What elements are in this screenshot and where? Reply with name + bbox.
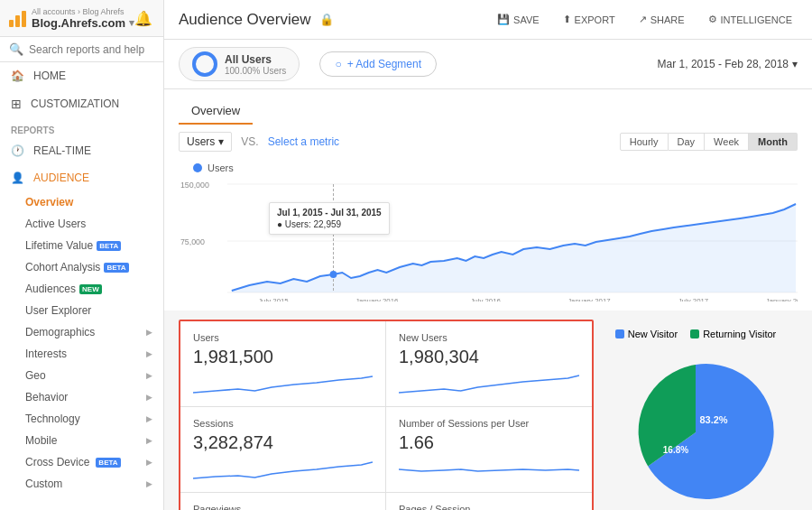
stat-card-users: Users 1,981,500 (180, 321, 386, 407)
logo-icon (9, 9, 26, 27)
export-label: EXPORT (575, 14, 615, 25)
sidebar-item-lifetime-value[interactable]: Lifetime Value BETA (0, 235, 163, 256)
site-name: Blog.Ahrefs.com (32, 16, 125, 30)
interests-arrow: ▶ (146, 349, 152, 358)
sidebar-header: All accounts › Blog Ahrefs Blog.Ahrefs.c… (0, 0, 163, 37)
metric-controls: Users ▾ VS. Select a metric Hourly Day W… (164, 125, 812, 159)
date-range-label: Mar 1, 2015 - Feb 28, 2018 (658, 58, 789, 70)
cross-device-text: Cross Device (25, 456, 89, 468)
segment-bar: All Users 100.00% Users ○ + Add Segment … (164, 40, 812, 89)
sidebar-item-interests[interactable]: Interests ▶ (0, 343, 163, 365)
logo-bar-2 (15, 15, 20, 27)
stat-card-sessions-per-user: Number of Sessions per User 1.66 (386, 407, 592, 493)
sidebar-item-realtime[interactable]: 🕐 REAL-TIME (0, 137, 163, 164)
realtime-icon: 🕐 (11, 144, 24, 157)
audiences-label: Audiences (25, 283, 76, 295)
sidebar-item-cohort[interactable]: Cohort Analysis BETA (0, 256, 163, 278)
global-nav-icons: 🔔 ❓ ⋮ U (134, 5, 164, 31)
pie-chart-svg: 83.2% 16.8% (614, 347, 777, 500)
stat-label-new-users: New Users (399, 332, 579, 343)
sidebar-item-demographics[interactable]: Demographics ▶ (0, 321, 163, 343)
line-chart-svg: 150,000 75,000 July 2015 January 20 (179, 175, 798, 301)
mobile-arrow: ▶ (146, 436, 152, 445)
search-input[interactable] (29, 43, 154, 56)
cross-device-label: Cross Device BETA (25, 456, 121, 468)
stats-and-pie: Users 1,981,500 New Users 1,980,304 (164, 311, 812, 510)
notification-icon[interactable]: 🔔 (134, 10, 152, 27)
top-bar: Audience Overview 🔒 💾 SAVE ⬆ EXPORT ↗ SH… (164, 0, 812, 40)
chart-tooltip: Jul 1, 2015 - Jul 31, 2015 ● Users: 22,9… (269, 202, 390, 235)
svg-text:January 2016: January 2016 (355, 297, 399, 301)
sidebar-item-customization[interactable]: ⊞ CUSTOMIZATION (0, 89, 163, 118)
search-area[interactable]: 🔍 (0, 37, 163, 62)
cohort-label: Cohort Analysis (25, 261, 100, 274)
stat-value-new-users: 1,980,304 (399, 347, 579, 367)
sidebar-item-active-users[interactable]: Active Users (0, 213, 163, 235)
reports-section-label: Reports (0, 118, 163, 137)
sidebar-item-cross-device[interactable]: Cross Device BETA ▶ (0, 451, 163, 473)
segment-percent: 100.00% Users (225, 66, 286, 76)
time-btn-week[interactable]: Week (705, 133, 749, 151)
svg-text:75,000: 75,000 (180, 237, 205, 246)
custom-label: Custom (25, 478, 62, 490)
chart-svg-area: Jul 1, 2015 - Jul 31, 2015 ● Users: 22,9… (179, 175, 798, 301)
svg-text:83.2%: 83.2% (699, 414, 727, 425)
stat-value-users: 1,981,500 (193, 347, 373, 367)
stat-label-users: Users (193, 332, 373, 343)
save-icon: 💾 (497, 14, 510, 25)
time-btn-month[interactable]: Month (749, 133, 798, 151)
add-segment-button[interactable]: ○ + Add Segment (319, 51, 437, 77)
svg-text:January 2018: January 2018 (766, 297, 798, 301)
share-icon: ↗ (639, 14, 647, 25)
pie-legend-new-visitor: New Visitor (615, 329, 678, 339)
shield-icon: 🔒 (319, 13, 334, 26)
intelligence-button[interactable]: ⚙ INTELLIGENCE (703, 10, 798, 29)
lifetime-beta-badge: BETA (97, 241, 121, 251)
cross-device-badge: BETA (96, 458, 120, 468)
stat-label-sessions: Sessions (193, 418, 373, 429)
svg-point-7 (330, 271, 337, 278)
sidebar-item-overview[interactable]: Overview (0, 191, 163, 213)
sidebar-item-behavior[interactable]: Behavior ▶ (0, 386, 163, 408)
sidebar-item-audience[interactable]: 👤 AUDIENCE (0, 164, 163, 191)
returning-visitor-label: Returning Visitor (703, 329, 776, 339)
logo-bar-3 (22, 11, 26, 27)
sidebar-item-home[interactable]: 🏠 HOME (0, 62, 163, 89)
select-metric-link[interactable]: Select a metric (268, 135, 339, 148)
time-btn-day[interactable]: Day (669, 133, 706, 151)
all-users-segment[interactable]: All Users 100.00% Users (179, 47, 300, 81)
site-selector[interactable]: Blog.Ahrefs.com ▾ (32, 16, 134, 30)
sidebar-item-mobile[interactable]: Mobile ▶ (0, 430, 163, 451)
add-segment-icon: ○ (335, 58, 341, 70)
audience-icon: 👤 (11, 172, 24, 184)
stat-card-pageviews: Pageviews 4,250,889 (180, 493, 386, 510)
stat-label-pageviews: Pageviews (193, 504, 373, 510)
sidebar-item-audiences[interactable]: Audiences NEW (0, 278, 163, 300)
share-label: SHARE (651, 14, 685, 25)
save-button[interactable]: 💾 SAVE (492, 10, 545, 29)
sidebar-item-custom[interactable]: Custom ▶ (0, 473, 163, 495)
sparkline-sessions (193, 457, 373, 482)
add-segment-label: + Add Segment (347, 58, 421, 70)
audience-label: AUDIENCE (33, 172, 89, 184)
custom-arrow: ▶ (146, 479, 152, 488)
chart-legend-label: Users (208, 162, 234, 173)
chart-legend: Users (179, 159, 798, 175)
top-action-buttons: 💾 SAVE ⬆ EXPORT ↗ SHARE ⚙ INTELLIGENCE (492, 10, 798, 29)
search-icon: 🔍 (9, 42, 23, 56)
tab-overview[interactable]: Overview (179, 98, 253, 125)
sidebar-item-technology[interactable]: Technology ▶ (0, 408, 163, 430)
svg-text:January 2017: January 2017 (567, 297, 610, 301)
time-btn-hourly[interactable]: Hourly (620, 133, 669, 151)
customization-icon: ⊞ (11, 97, 22, 111)
sparkline-sessions-per-user (399, 457, 579, 482)
export-button[interactable]: ⬆ EXPORT (558, 10, 621, 29)
sidebar-item-user-explorer[interactable]: User Explorer (0, 300, 163, 321)
sidebar-item-geo[interactable]: Geo ▶ (0, 365, 163, 386)
export-icon: ⬆ (563, 14, 571, 25)
share-button[interactable]: ↗ SHARE (633, 10, 690, 29)
date-range-selector[interactable]: Mar 1, 2015 - Feb 28, 2018 ▾ (658, 58, 798, 70)
geo-arrow: ▶ (146, 371, 152, 380)
audiences-new-badge: NEW (79, 284, 102, 294)
metric-dropdown[interactable]: Users ▾ (179, 132, 232, 152)
